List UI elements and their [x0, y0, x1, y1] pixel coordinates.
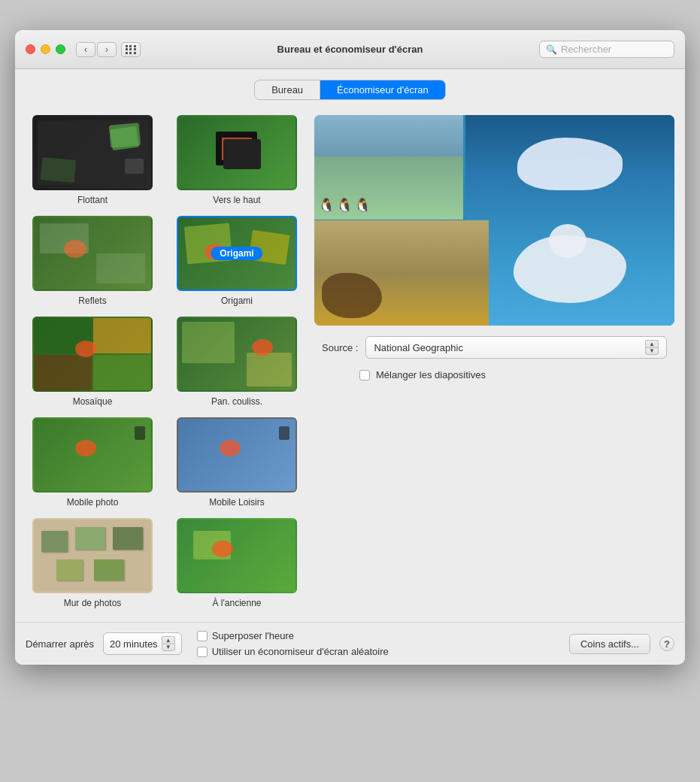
screensaver-list: Flottant Vers le haut	[26, 108, 304, 616]
overlay-time-label: Superposer l'heure	[212, 630, 294, 641]
ss-item-vers[interactable]: Vers le haut	[170, 115, 304, 205]
ss-thumb-origami: Origami	[177, 216, 297, 291]
ss-item-mobile-loisirs[interactable]: Mobile Loisirs	[170, 417, 304, 508]
search-icon: 🔍	[546, 44, 557, 55]
ss-label-reflets: Reflets	[78, 296, 106, 306]
time-select[interactable]: 20 minutes ▲ ▼	[103, 632, 182, 655]
grid-icon	[126, 45, 137, 54]
ss-thumb-mosaique	[32, 317, 153, 392]
back-button[interactable]: ‹	[76, 42, 95, 57]
random-label: Utiliser un économiseur d'écran aléatoir…	[212, 646, 389, 657]
ss-thumb-mobile-loisirs	[177, 417, 297, 493]
ss-label-ancienne: À l'ancienne	[212, 598, 261, 608]
ss-thumb-mur	[32, 518, 153, 593]
forward-button[interactable]: ›	[97, 42, 117, 57]
close-button[interactable]	[26, 44, 35, 54]
bottom-bar: Démarrer après 20 minutes ▲ ▼ Superposer…	[15, 622, 685, 665]
overlay-time-row: Superposer l'heure	[197, 630, 389, 641]
minimize-button[interactable]	[41, 44, 50, 54]
ss-item-reflets[interactable]: Reflets	[26, 216, 159, 306]
ss-item-flottant[interactable]: Flottant	[26, 115, 159, 205]
grid-view-button[interactable]	[121, 42, 141, 57]
source-row: Source : National Geographic ▲ ▼	[314, 336, 674, 359]
preview-panel: 🐧🐧🐧	[314, 108, 674, 616]
search-input[interactable]: Rechercher	[561, 44, 611, 55]
titlebar: ‹ › Bureau et économiseur d'écran 🔍 Rech…	[15, 30, 685, 69]
source-value: National Geographic	[374, 342, 641, 353]
stepper-down[interactable]: ▼	[645, 347, 659, 355]
main-content: Flottant Vers le haut	[15, 108, 685, 616]
ss-item-mobile-photo[interactable]: Mobile photo	[26, 417, 159, 508]
ss-label-mosaique: Mosaïque	[73, 396, 113, 407]
ss-label-flottant: Flottant	[77, 195, 108, 205]
origami-selected-label: Origami	[211, 247, 262, 260]
random-row: Utiliser un économiseur d'écran aléatoir…	[197, 646, 389, 657]
ss-item-mosaique[interactable]: Mosaïque	[26, 317, 159, 407]
tab-economiseur[interactable]: Économiseur d'écran	[320, 80, 445, 99]
ss-label-mur: Mur de photos	[64, 598, 122, 608]
shuffle-row: Mélanger les diapositives	[314, 369, 674, 380]
help-button[interactable]: ?	[659, 636, 674, 651]
coins-button[interactable]: Coins actifs...	[569, 634, 650, 654]
source-label: Source :	[322, 342, 358, 353]
ss-item-origami[interactable]: Origami Origami	[170, 216, 304, 306]
overlay-time-checkbox[interactable]	[197, 631, 208, 641]
time-stepper-down[interactable]: ▼	[162, 644, 175, 651]
ss-thumb-pan	[177, 317, 297, 392]
ss-label-pan: Pan. couliss.	[211, 396, 262, 407]
tab-segment: Bureau Économiseur d'écran	[254, 80, 446, 100]
tab-row: Bureau Économiseur d'écran	[15, 69, 685, 108]
ss-label-origami: Origami	[221, 296, 253, 306]
ss-item-mur[interactable]: Mur de photos	[26, 518, 159, 608]
preview-cell-penguins: 🐧🐧🐧	[314, 115, 463, 220]
shuffle-label: Mélanger les diapositives	[376, 369, 486, 380]
preview-image: 🐧🐧🐧	[314, 115, 674, 326]
ss-thumb-vers	[177, 115, 297, 190]
ss-item-pan[interactable]: Pan. couliss.	[170, 317, 304, 407]
window-title: Bureau et économiseur d'écran	[277, 44, 423, 55]
ss-thumb-flottant	[32, 115, 153, 190]
source-select[interactable]: National Geographic ▲ ▼	[365, 336, 667, 359]
tab-bureau[interactable]: Bureau	[255, 80, 320, 99]
preview-cell-polar-bear	[465, 115, 674, 326]
traffic-lights	[26, 44, 65, 54]
ss-label-vers: Vers le haut	[213, 195, 260, 205]
start-after-label: Démarrer après	[26, 638, 94, 650]
maximize-button[interactable]	[56, 44, 65, 54]
stepper-up[interactable]: ▲	[645, 340, 659, 347]
source-stepper[interactable]: ▲ ▼	[645, 340, 659, 355]
nav-buttons: ‹ ›	[76, 42, 117, 57]
time-value: 20 minutes	[110, 638, 158, 650]
time-stepper[interactable]: ▲ ▼	[162, 636, 175, 651]
search-bar[interactable]: 🔍 Rechercher	[539, 41, 674, 58]
screensaver-grid: Flottant Vers le haut	[26, 108, 304, 616]
ss-label-mobile-photo: Mobile photo	[67, 497, 119, 508]
ss-label-mobile-loisirs: Mobile Loisirs	[209, 497, 264, 508]
ss-item-ancienne[interactable]: À l'ancienne	[170, 518, 304, 608]
ss-thumb-reflets	[32, 216, 153, 291]
shuffle-checkbox[interactable]	[359, 370, 370, 380]
ss-thumb-ancienne	[177, 518, 297, 593]
time-stepper-up[interactable]: ▲	[162, 636, 175, 644]
random-checkbox[interactable]	[197, 647, 208, 657]
bottom-checkboxes: Superposer l'heure Utiliser un économise…	[197, 630, 389, 657]
ss-thumb-mobile-photo	[32, 417, 153, 493]
